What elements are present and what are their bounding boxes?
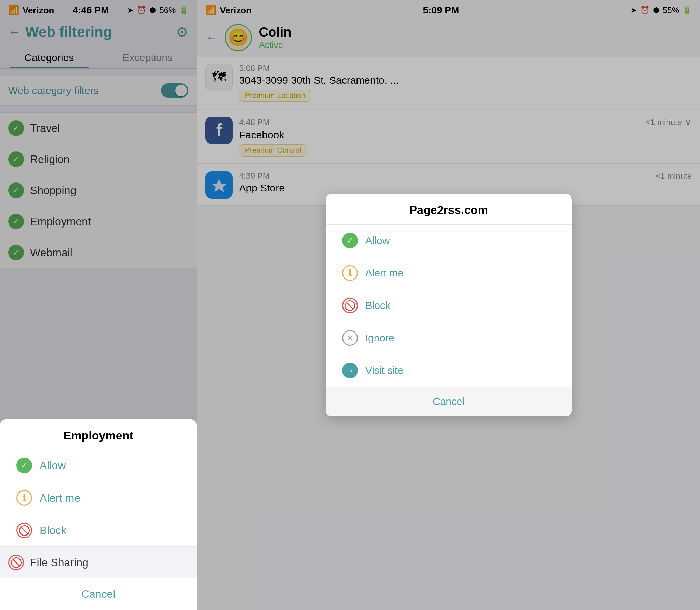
employment-modal-overlay: Employment ✓ Allow ℹ Alert me 🚫 Block 🚫 … bbox=[0, 0, 197, 610]
page2rss-modal-overlay: Page2rss.com ✓ Allow ℹ Alert me 🚫 Block … bbox=[197, 0, 700, 610]
block-icon-right: 🚫 bbox=[342, 298, 358, 313]
modal-option-allow-left[interactable]: ✓ Allow bbox=[0, 449, 197, 482]
modal-option-label-ignore-right: Ignore bbox=[365, 332, 394, 344]
category-name-file-sharing: File Sharing bbox=[30, 556, 89, 569]
modal-option-block-right[interactable]: 🚫 Block bbox=[326, 289, 572, 322]
modal-cancel-left[interactable]: Cancel bbox=[0, 578, 197, 610]
block-icon-left: 🚫 bbox=[16, 523, 32, 538]
allow-icon-left: ✓ bbox=[16, 458, 32, 473]
allow-icon-right: ✓ bbox=[342, 233, 358, 248]
modal-cancel-right[interactable]: Cancel bbox=[326, 387, 572, 416]
ignore-icon-right: ✕ bbox=[342, 330, 358, 346]
modal-option-label-visit-right: Visit site bbox=[365, 365, 403, 376]
employment-modal-title: Employment bbox=[0, 419, 197, 449]
left-panel: 📶 Verizon 4:46 PM ➤ ⏰ ⬢ 56% 🔋 ← Web filt… bbox=[0, 0, 197, 610]
alert-icon-right: ℹ bbox=[342, 265, 358, 281]
modal-option-label-block-right: Block bbox=[365, 300, 390, 311]
modal-option-label-alert-right: Alert me bbox=[365, 267, 404, 279]
modal-option-block-left[interactable]: 🚫 Block bbox=[0, 514, 197, 547]
alert-icon-left: ℹ bbox=[16, 490, 32, 506]
right-panel: 📶 Verizon 5:09 PM ➤ ⏰ ⬢ 55% 🔋 ← 😊 Colin … bbox=[197, 0, 700, 610]
page2rss-modal-title: Page2rss.com bbox=[326, 194, 572, 225]
modal-option-allow-right[interactable]: ✓ Allow bbox=[326, 225, 572, 257]
modal-option-label-allow-left: Allow bbox=[40, 459, 66, 472]
modal-option-alert-left[interactable]: ℹ Alert me bbox=[0, 482, 197, 514]
modal-option-visit-right[interactable]: → Visit site bbox=[326, 354, 572, 387]
modal-option-label-block-left: Block bbox=[40, 524, 66, 537]
modal-option-label-allow-right: Allow bbox=[365, 235, 390, 246]
visit-icon-right: → bbox=[342, 363, 358, 378]
modal-option-label-alert-left: Alert me bbox=[40, 492, 80, 504]
page2rss-modal: Page2rss.com ✓ Allow ℹ Alert me 🚫 Block … bbox=[326, 194, 572, 416]
blocked-icon-file-sharing: 🚫 bbox=[8, 555, 24, 570]
modal-option-alert-right[interactable]: ℹ Alert me bbox=[326, 257, 572, 289]
employment-modal: Employment ✓ Allow ℹ Alert me 🚫 Block 🚫 … bbox=[0, 419, 197, 610]
category-item-file-sharing-bg: 🚫 File Sharing bbox=[0, 547, 197, 578]
modal-option-ignore-right[interactable]: ✕ Ignore bbox=[326, 322, 572, 354]
